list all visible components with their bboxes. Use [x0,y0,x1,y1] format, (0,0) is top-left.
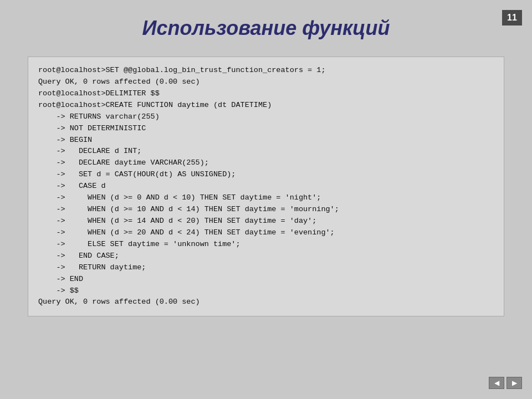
code-line: -> RETURN daytime; [38,262,494,274]
code-line: -> WHEN (d >= 0 AND d < 10) THEN SET day… [38,192,494,204]
code-line: -> CASE d [38,181,494,192]
prev-button[interactable]: ◀ [489,377,504,389]
bottom-navigation: ◀ ▶ [489,377,522,389]
code-line: root@localhost>SET @@global.log_bin_trus… [38,65,494,76]
code-line: -> WHEN (d >= 14 AND d < 20) THEN SET da… [38,216,494,227]
code-line: root@localhost>CREATE FUNCTION daytime (… [38,100,494,111]
code-line: -> ELSE SET daytime = 'unknown time'; [38,239,494,250]
slide-number: 11 [502,10,522,25]
code-line: root@localhost>DELIMITER $$ [38,88,494,100]
code-line: -> NOT DETERMINISTIC [38,123,494,135]
code-line: Query OK, 0 rows affected (0.00 sec) [38,296,494,308]
code-block: root@localhost>SET @@global.log_bin_trus… [28,57,504,316]
code-line: -> SET d = CAST(HOUR(dt) AS UNSIGNED); [38,169,494,181]
code-line: -> END CASE; [38,250,494,262]
code-line: -> END [38,274,494,285]
slide-container: Использование функций 11 root@localhost>… [0,0,532,399]
code-line: -> WHEN (d >= 20 AND d < 24) THEN SET da… [38,227,494,239]
code-line: -> DECLARE d INT; [38,146,494,157]
code-line: Query OK, 0 rows affected (0.00 sec) [38,76,494,88]
code-line: -> DECLARE daytime VARCHAR(255); [38,157,494,169]
slide-title: Использование функций [142,17,390,40]
code-line: -> $$ [38,285,494,297]
code-line: -> RETURNS varchar(255) [38,111,494,123]
code-line: -> WHEN (d >= 10 AND d < 14) THEN SET da… [38,204,494,216]
next-button[interactable]: ▶ [507,377,522,389]
code-line: -> BEGIN [38,135,494,146]
